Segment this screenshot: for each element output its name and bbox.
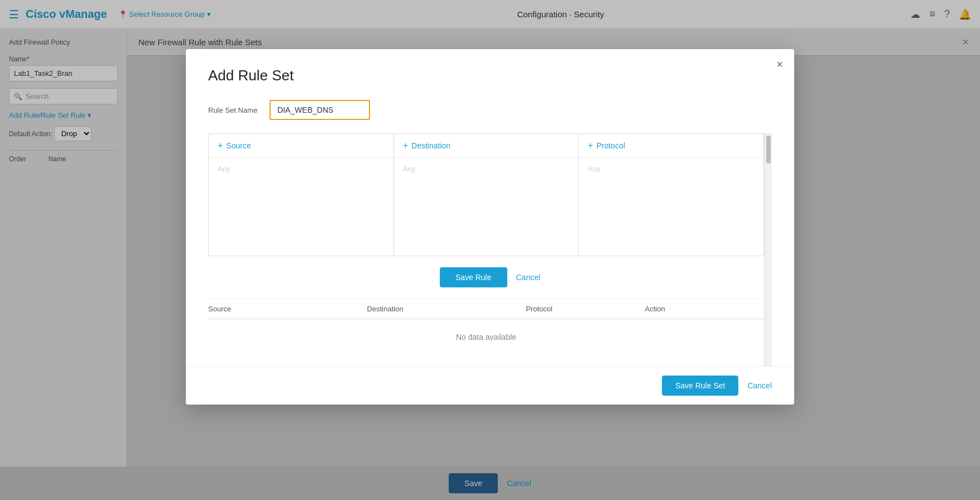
modal-scrollbar-track[interactable]: [764, 133, 772, 366]
cancel-rule-button[interactable]: Cancel: [516, 273, 541, 282]
rule-set-name-label: Rule Set Name: [208, 106, 270, 114]
destination-column: + Destination Any: [394, 134, 579, 256]
col-action-header: Action: [645, 305, 764, 313]
modal-scrollbar-thumb: [766, 136, 771, 164]
protocol-any: Any: [579, 158, 763, 180]
col-destination-header: Destination: [367, 305, 526, 313]
col-source-header: Source: [208, 305, 367, 313]
protocol-label: Protocol: [597, 141, 625, 150]
save-ruleset-button[interactable]: Save Rule Set: [662, 376, 739, 396]
protocol-column: + Protocol Any: [579, 134, 763, 256]
source-column: + Source Any: [209, 134, 394, 256]
rules-table-header: Source Destination Protocol Action: [208, 299, 764, 319]
modal-header-area: × Add Rule Set Rule Set Name: [186, 49, 794, 120]
source-header[interactable]: + Source: [209, 134, 393, 158]
rule-editor: + Source Any + Destination Any +: [208, 133, 764, 256]
col-protocol-header: Protocol: [526, 305, 645, 313]
destination-header[interactable]: + Destination: [394, 134, 579, 158]
protocol-header[interactable]: + Protocol: [579, 134, 763, 158]
rule-save-row: Save Rule Cancel: [208, 256, 772, 299]
source-plus-icon[interactable]: +: [218, 141, 223, 151]
save-rule-button[interactable]: Save Rule: [440, 267, 507, 287]
rule-set-name-row: Rule Set Name: [208, 100, 772, 120]
modal-scroll-content: + Source Any + Destination Any +: [186, 133, 794, 366]
rules-table: Source Destination Protocol Action No da…: [208, 299, 764, 366]
add-rule-set-modal: × Add Rule Set Rule Set Name + Source: [186, 49, 794, 405]
modal-close-button[interactable]: ×: [776, 58, 783, 71]
destination-any: Any: [394, 158, 579, 180]
cancel-footer-button[interactable]: Cancel: [747, 376, 772, 396]
protocol-plus-icon[interactable]: +: [588, 141, 593, 151]
destination-plus-icon[interactable]: +: [403, 141, 408, 151]
modal-footer: Save Rule Set Cancel: [186, 366, 794, 405]
source-any: Any: [209, 158, 393, 180]
destination-label: Destination: [411, 141, 450, 150]
rule-set-name-input[interactable]: [270, 100, 370, 120]
rules-table-empty: No data available: [208, 319, 764, 355]
modal-overlay: × Add Rule Set Rule Set Name + Source: [0, 0, 980, 500]
modal-title: Add Rule Set: [208, 67, 772, 84]
source-label: Source: [226, 141, 251, 150]
